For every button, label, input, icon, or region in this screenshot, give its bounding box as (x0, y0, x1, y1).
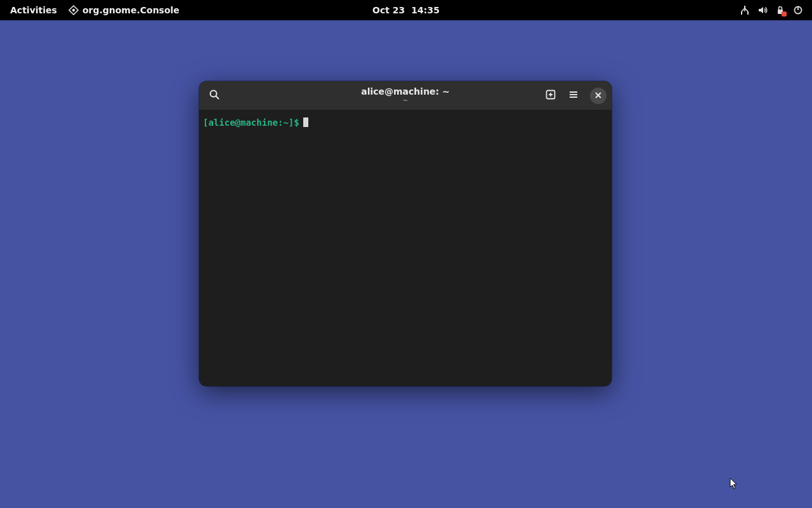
close-button[interactable] (590, 88, 606, 104)
terminal-area[interactable]: [alice@machine:~]$ (199, 110, 612, 386)
system-tray[interactable] (740, 5, 812, 15)
power-icon (793, 5, 803, 15)
volume-icon (757, 5, 768, 15)
topbar-left: Activities org.gnome.Console (0, 5, 180, 15)
window-title-sub: ~ (361, 97, 450, 104)
desktop[interactable]: alice@machine: ~ ~ (0, 20, 812, 508)
lock-icon (775, 5, 785, 15)
titlebar-right (540, 86, 606, 106)
focused-app-name: org.gnome.Console (82, 5, 180, 15)
menu-button[interactable] (563, 86, 584, 106)
console-app-icon (69, 5, 79, 15)
gnome-topbar: Activities org.gnome.Console Oct 23 14:3… (0, 0, 812, 20)
search-icon (209, 89, 220, 103)
lock-alert-badge (782, 11, 787, 17)
clock-time: 14:35 (411, 5, 440, 15)
svg-rect-4 (747, 11, 749, 15)
svg-point-10 (211, 90, 217, 97)
window-title-main: alice@machine: ~ (361, 87, 450, 97)
network-icon (740, 5, 750, 15)
new-tab-icon (545, 89, 556, 103)
svg-rect-3 (741, 11, 742, 15)
activities-button[interactable]: Activities (10, 5, 57, 15)
hamburger-icon (568, 89, 579, 103)
svg-point-1 (72, 9, 75, 11)
focused-app-indicator[interactable]: org.gnome.Console (69, 5, 180, 15)
mouse-pointer (730, 478, 738, 490)
shell-prompt: [alice@machine:~]$ (203, 117, 299, 128)
window-titlebar[interactable]: alice@machine: ~ ~ (199, 81, 612, 110)
console-window: alice@machine: ~ ~ (199, 81, 612, 386)
svg-line-11 (216, 96, 219, 99)
svg-marker-6 (759, 7, 763, 13)
svg-marker-20 (730, 478, 737, 489)
new-tab-button[interactable] (540, 86, 561, 106)
terminal-cursor (303, 117, 308, 127)
window-title: alice@machine: ~ ~ (361, 87, 450, 104)
close-icon (594, 90, 602, 102)
search-button[interactable] (204, 86, 225, 106)
clock[interactable]: Oct 23 14:35 (372, 5, 440, 15)
clock-date: Oct 23 (372, 5, 405, 15)
